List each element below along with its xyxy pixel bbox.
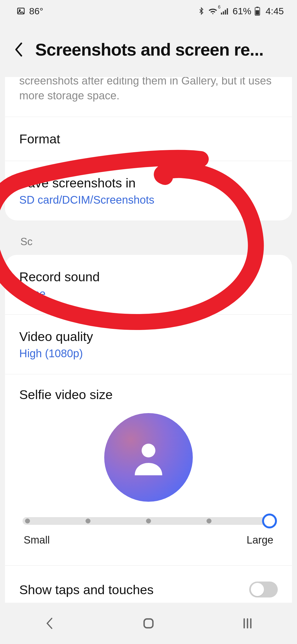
battery-icon bbox=[254, 6, 261, 16]
selfie-preview bbox=[19, 413, 278, 502]
row-selfie-title: Selfie video size bbox=[19, 387, 278, 402]
slider-max-label: Large bbox=[247, 534, 273, 546]
row-video-quality[interactable]: Video quality High (1080p) bbox=[5, 314, 292, 374]
weather-temp: 86° bbox=[29, 6, 43, 17]
row-format-title: Format bbox=[19, 131, 278, 146]
signal-icon bbox=[221, 7, 230, 15]
row-video-quality-value: High (1080p) bbox=[19, 347, 278, 360]
screenshots-card: screenshots after editing them in Galler… bbox=[5, 77, 292, 220]
row-save-title: Save screenshots in bbox=[19, 175, 278, 190]
row-show-taps-title: Show taps and touches bbox=[19, 582, 154, 597]
svg-rect-2 bbox=[221, 13, 222, 15]
clock: 4:45 bbox=[266, 6, 284, 17]
svg-rect-8 bbox=[255, 10, 259, 15]
page-title: Screenshots and screen re... bbox=[35, 40, 287, 59]
picture-icon bbox=[16, 7, 25, 15]
nav-back[interactable] bbox=[34, 615, 65, 632]
wifi-icon: 6 bbox=[208, 7, 218, 15]
row-format[interactable]: Format bbox=[5, 117, 292, 161]
nav-recents[interactable] bbox=[232, 615, 263, 632]
svg-rect-10 bbox=[144, 619, 153, 628]
svg-point-9 bbox=[142, 444, 155, 457]
format-description-partial: screenshots after editing them in Galler… bbox=[5, 77, 292, 117]
android-navbar bbox=[0, 603, 297, 644]
show-taps-toggle[interactable] bbox=[249, 582, 278, 597]
row-selfie-video-size: Selfie video size bbox=[5, 374, 292, 565]
nav-home[interactable] bbox=[133, 615, 164, 632]
row-record-sound-value: None bbox=[19, 288, 278, 300]
svg-rect-4 bbox=[225, 10, 226, 15]
status-bar: 86° 6 61% 4:45 bbox=[0, 0, 297, 22]
bluetooth-icon bbox=[197, 6, 205, 16]
svg-point-1 bbox=[19, 10, 20, 11]
section-header-screen-recorder: Sc bbox=[5, 233, 292, 255]
battery-pct: 61% bbox=[233, 6, 251, 17]
screen-recorder-card: Record sound None Video quality High (10… bbox=[5, 255, 292, 613]
slider-thumb[interactable] bbox=[262, 514, 277, 528]
back-button[interactable] bbox=[10, 41, 28, 58]
svg-rect-5 bbox=[227, 8, 228, 15]
selfie-size-slider[interactable]: Small Large bbox=[19, 517, 278, 546]
person-icon bbox=[132, 440, 165, 475]
app-header: Screenshots and screen re... bbox=[0, 22, 297, 77]
slider-min-label: Small bbox=[24, 534, 50, 546]
row-record-sound[interactable]: Record sound None bbox=[5, 255, 292, 314]
svg-rect-7 bbox=[256, 7, 259, 8]
avatar-preview-circle bbox=[104, 413, 193, 502]
row-record-sound-title: Record sound bbox=[19, 269, 278, 284]
svg-rect-3 bbox=[223, 11, 224, 14]
row-video-quality-title: Video quality bbox=[19, 329, 278, 344]
row-save-value: SD card/DCIM/Screenshots bbox=[19, 194, 278, 206]
row-save-screenshots[interactable]: Save screenshots in SD card/DCIM/Screens… bbox=[5, 161, 292, 220]
